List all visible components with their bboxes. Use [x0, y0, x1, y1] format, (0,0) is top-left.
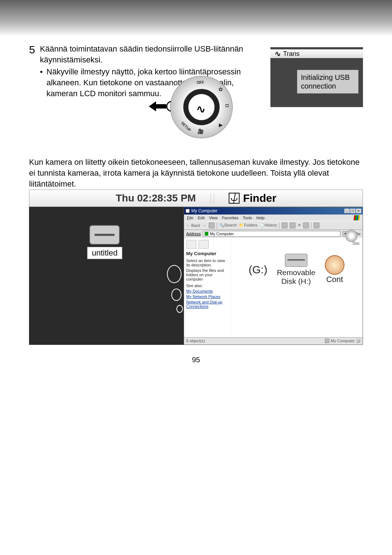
compact-disc-icon[interactable]	[345, 230, 358, 242]
playback-icon: ▶	[219, 122, 223, 128]
camera-lcd: ∿ Trans Initializing USB connection	[270, 47, 363, 107]
close-button[interactable]: ×	[356, 209, 361, 213]
address-input[interactable]: My Computer	[203, 231, 340, 237]
dial-center-transfer-icon: ∿	[183, 89, 220, 125]
address-icon	[205, 232, 208, 236]
link-my-network[interactable]: My Network Places	[186, 294, 229, 299]
status-location: My Computer	[331, 339, 355, 343]
statusbar: 8 object(s) My Computer	[184, 337, 363, 344]
sidebar-select-text: Select an item to view its description.	[186, 258, 229, 267]
address-bar: Address My Computer ▾ Go	[184, 230, 363, 238]
drive-zoom-overlay: (G:) Removable Disk (H:) Cont	[247, 252, 346, 287]
disc-label: Disc	[353, 241, 360, 245]
mac-menubar: Thu 02:28:35 PM Finder	[29, 189, 363, 207]
menu-edit[interactable]: Edit	[198, 216, 205, 220]
status-icon	[325, 339, 329, 343]
page-number: 95	[29, 356, 363, 364]
history-button[interactable]: 🕓History	[260, 223, 277, 228]
finder-icon	[229, 193, 240, 204]
callout-bubble-icon	[171, 289, 181, 301]
link-dialup[interactable]: Network and Dial-up Connections	[186, 300, 229, 309]
lcd-mode-bar: ∿ Trans	[270, 49, 363, 58]
menu-tools[interactable]: Tools	[243, 216, 252, 220]
back-button[interactable]: ← Back	[186, 223, 200, 228]
mode-dial-illustration: ∿ OFF SETUP ✿ ◘ ▶ 🎥	[171, 76, 232, 138]
windows-explorer: My Computer _ □ × File Edit View	[184, 207, 363, 345]
menu-favorites[interactable]: Favorites	[222, 216, 238, 220]
disk-icon	[89, 225, 120, 245]
sidebar-thumb-icon	[186, 240, 196, 249]
folders-button[interactable]: 📁Folders	[239, 223, 257, 228]
views-button[interactable]	[314, 223, 319, 228]
control-panel-icon	[325, 255, 344, 275]
camera-icon: ◘	[226, 102, 229, 108]
link-my-documents[interactable]: My Documents	[186, 289, 229, 293]
mac-clock: Thu 02:28:35 PM	[116, 192, 196, 204]
status-objects: 8 object(s)	[186, 339, 205, 343]
sidebar-thumb-icon	[199, 240, 209, 249]
forward-button[interactable]: →	[203, 223, 207, 228]
mac-separator-icon	[211, 193, 214, 203]
header-gradient	[0, 0, 392, 36]
sidebar-display-text: Displays the files and folders on your c…	[186, 268, 229, 281]
callout-bubble-icon	[176, 305, 183, 313]
drive-g-label: (G:)	[249, 264, 268, 276]
menu-view[interactable]: View	[209, 216, 218, 220]
menubar: File Edit View Favorites Tools Help	[184, 215, 363, 221]
removable-label: Removable	[277, 268, 315, 277]
app-icon	[185, 209, 190, 213]
mac-desktop: untitled	[29, 207, 184, 345]
sidebar-title: My Computer	[186, 251, 229, 256]
search-button[interactable]: 🔍Search	[219, 223, 237, 228]
sidebar-seealso: See also:	[186, 283, 229, 288]
transfer-icon: ∿	[275, 49, 281, 58]
mac-disk-label: untitled	[87, 247, 122, 259]
step-number: 5	[29, 44, 40, 56]
control-panel-item[interactable]: Cont	[325, 255, 344, 284]
explorer-sidebar: My Computer Select an item to view its d…	[184, 238, 231, 337]
toolbar-icon[interactable]	[282, 223, 287, 228]
diskh-label: Disk (H:)	[281, 277, 311, 286]
lcd-message: Initializing USB connection	[297, 70, 359, 94]
paragraph-reconnect: Kun kamera on liitetty oikein tietokonee…	[29, 157, 363, 189]
mac-finder-label: Finder	[243, 192, 277, 204]
control-label: Cont	[326, 275, 343, 284]
removable-disk-icon	[285, 254, 307, 267]
bullet-icon: •	[40, 66, 46, 99]
up-button[interactable]	[209, 223, 215, 228]
movie-icon: 🎥	[197, 128, 204, 134]
window-titlebar[interactable]: My Computer _ □ ×	[184, 207, 363, 215]
window-title: My Computer	[191, 208, 217, 213]
menu-help[interactable]: Help	[256, 216, 265, 220]
address-label: Address	[186, 232, 201, 236]
menu-file[interactable]: File	[187, 216, 193, 220]
step-title: Käännä toimintatavan säädin tiedonsiirro…	[40, 44, 265, 65]
dial-off-label: OFF	[197, 81, 204, 85]
removable-disk-h[interactable]: Removable Disk (H:)	[277, 254, 315, 286]
toolbar: ← Back → 🔍Search 📁Folders 🕓History ✕	[184, 221, 363, 230]
address-value: My Computer	[210, 232, 234, 236]
toolbar-icon[interactable]	[290, 223, 295, 228]
callout-bubble-icon	[167, 265, 181, 283]
auto-icon: ✿	[219, 86, 223, 92]
windows-logo-icon	[354, 215, 360, 220]
delete-button[interactable]: ✕	[298, 223, 301, 228]
undo-button[interactable]	[303, 223, 309, 228]
lcd-mode-label: Trans	[283, 49, 299, 58]
resize-grip-icon[interactable]	[356, 339, 360, 343]
minimize-button[interactable]: _	[344, 209, 350, 213]
maximize-button[interactable]: □	[350, 209, 355, 213]
drive-g[interactable]: (G:)	[249, 264, 268, 276]
mac-disk[interactable]: untitled	[87, 225, 122, 259]
